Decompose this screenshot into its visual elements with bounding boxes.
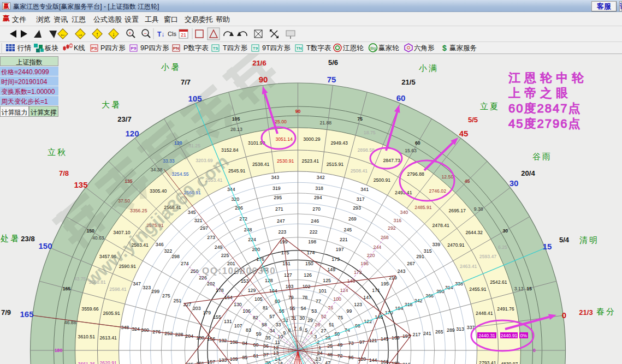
svg-text:60: 60 (396, 93, 406, 103)
svg-text:21/3: 21/3 (579, 308, 593, 317)
svg-text:T数字表: T数字表 (306, 44, 331, 52)
svg-text:0: 0 (562, 311, 566, 320)
svg-text:9P四方形: 9P四方形 (140, 44, 169, 52)
svg-text:51: 51 (329, 322, 334, 327)
svg-text:75: 75 (337, 315, 343, 320)
svg-text:221: 221 (340, 237, 348, 242)
svg-text:149: 149 (327, 267, 335, 272)
svg-text:318: 318 (315, 186, 323, 191)
svg-text:52: 52 (321, 314, 327, 319)
svg-text:六角形: 六角形 (414, 44, 435, 52)
svg-text:313: 313 (456, 326, 464, 332)
svg-text:T↓: T↓ (157, 31, 164, 38)
svg-text:33: 33 (276, 322, 281, 327)
svg-text:7/8: 7/8 (59, 169, 69, 177)
svg-text:2455.91: 2455.91 (469, 287, 487, 292)
svg-text:PS: PS (91, 46, 97, 51)
svg-text:77: 77 (316, 299, 321, 304)
svg-text:江恩轮: 江恩轮 (343, 44, 364, 52)
svg-text:105: 105 (232, 116, 240, 122)
svg-text:60: 60 (415, 140, 420, 146)
svg-text:247: 247 (277, 218, 285, 224)
svg-text:江恩轮中轮: 江恩轮中轮 (508, 71, 588, 85)
svg-text:0%: 0% (520, 333, 528, 338)
svg-text:76: 76 (328, 305, 333, 311)
svg-text:225: 225 (221, 253, 229, 258)
svg-text:29: 29 (307, 318, 313, 323)
svg-text:298: 298 (171, 254, 180, 259)
svg-text:21: 21 (181, 32, 186, 38)
svg-text:20/4: 20/4 (521, 169, 535, 177)
svg-text:289: 289 (447, 327, 455, 333)
svg-text:315: 315 (424, 248, 432, 254)
svg-text:5/6: 5/6 (328, 58, 338, 67)
svg-text:K线: K线 (74, 44, 85, 52)
svg-text:23/8: 23/8 (21, 235, 34, 243)
svg-text:赢家轮: 赢家轮 (378, 44, 399, 52)
svg-text:197: 197 (336, 247, 344, 252)
svg-text:↑: ↑ (96, 31, 99, 37)
svg-text:270: 270 (312, 206, 321, 212)
svg-text:346: 346 (156, 242, 164, 247)
svg-text:60度2847点: 60度2847点 (508, 102, 581, 115)
svg-text:谷雨: 谷雨 (532, 152, 552, 161)
svg-text:2793.41: 2793.41 (479, 360, 496, 364)
svg-text:267: 267 (407, 261, 415, 266)
svg-text:317: 317 (357, 196, 365, 202)
svg-text:赢家服务: 赢家服务 (449, 44, 477, 52)
svg-text:2898.58: 2898.58 (357, 147, 375, 153)
svg-text:2620.91: 2620.91 (99, 360, 117, 364)
svg-text:2949.43: 2949.43 (330, 140, 348, 146)
svg-text:23/7: 23/7 (117, 115, 131, 123)
svg-text:处暑: 处暑 (1, 234, 20, 243)
svg-text:7/7: 7/7 (181, 78, 191, 86)
svg-text:244: 244 (374, 244, 382, 250)
svg-text:107: 107 (234, 323, 242, 329)
svg-text:223: 223 (279, 229, 287, 235)
svg-text:57: 57 (269, 314, 275, 319)
svg-text:5/4: 5/4 (559, 236, 570, 244)
svg-text:294: 294 (314, 195, 322, 200)
svg-text:78: 78 (302, 295, 307, 300)
svg-text:4830.97: 4830.97 (501, 361, 518, 364)
svg-text:291: 291 (416, 254, 424, 259)
svg-text:T9: T9 (253, 46, 258, 51)
svg-text:T四方形: T四方形 (223, 44, 248, 52)
svg-text:299: 299 (151, 289, 159, 294)
svg-text:小暑: 小暑 (161, 62, 181, 71)
svg-text:3661.36: 3661.36 (78, 361, 96, 364)
svg-text:54: 54 (301, 306, 306, 311)
svg-text:2542.61: 2542.61 (490, 279, 507, 285)
svg-text:2613.41: 2613.41 (99, 335, 117, 341)
svg-text:251: 251 (174, 298, 182, 303)
svg-text:269: 269 (348, 216, 357, 222)
svg-text:春分: 春分 (596, 307, 616, 316)
svg-text:9.38: 9.38 (474, 206, 483, 212)
svg-text:241: 241 (423, 331, 431, 336)
svg-text:2478.41: 2478.41 (432, 223, 449, 228)
svg-text:Big: Big (370, 46, 376, 51)
svg-text:322: 322 (164, 248, 172, 254)
svg-text:321: 321 (194, 218, 203, 223)
svg-text:2440.31: 2440.31 (478, 333, 495, 338)
svg-text:125: 125 (323, 278, 331, 283)
svg-text:25.00: 25.00 (275, 119, 287, 124)
svg-text:2508.41: 2508.41 (351, 168, 368, 174)
svg-text:7/9: 7/9 (1, 308, 11, 317)
svg-text:45: 45 (459, 129, 469, 138)
svg-text:小满: 小满 (418, 63, 439, 73)
svg-text:11: 11 (275, 339, 280, 345)
svg-text:58: 58 (262, 322, 267, 327)
svg-text:2796.88: 2796.88 (407, 171, 424, 177)
svg-text:126: 126 (304, 272, 312, 278)
svg-text:83: 83 (246, 327, 251, 333)
svg-text:3051.14: 3051.14 (275, 136, 293, 142)
svg-text:5/5: 5/5 (468, 116, 478, 124)
svg-text:153: 153 (241, 278, 249, 284)
svg-text:2644.32: 2644.32 (465, 230, 483, 235)
svg-text:120: 120 (125, 129, 139, 138)
svg-text:150: 150 (38, 241, 52, 250)
svg-text:大暑: 大暑 (102, 100, 121, 109)
svg-text:155: 155 (213, 314, 221, 320)
svg-text:2746.02: 2746.02 (429, 188, 447, 194)
